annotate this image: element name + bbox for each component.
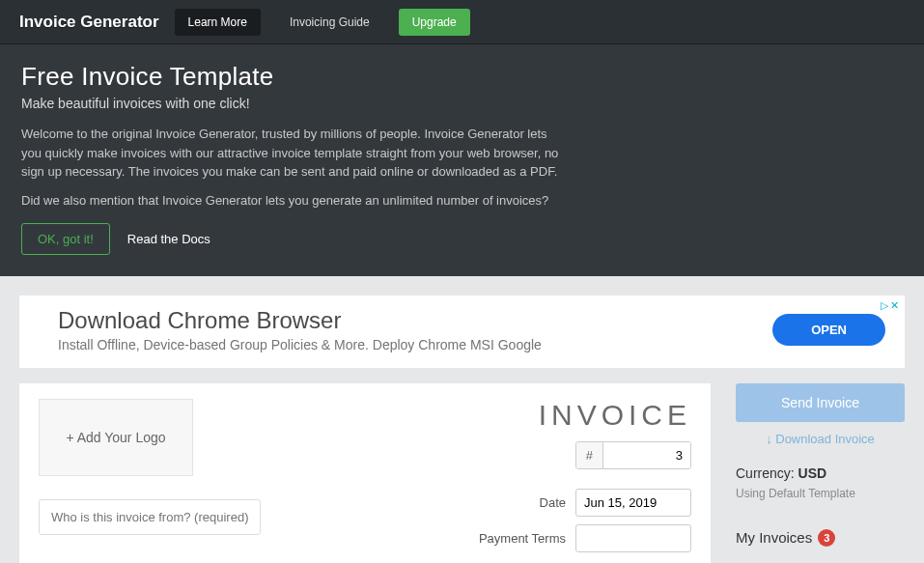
hero-description: Welcome to the original Invoice Generato… — [21, 125, 562, 182]
hero-mention: Did we also mention that Invoice Generat… — [21, 193, 903, 208]
main-content: Download Chrome Browser Install Offline,… — [0, 276, 924, 564]
ok-got-it-button[interactable]: OK, got it! — [21, 223, 110, 255]
invoice-number-group: # — [575, 441, 691, 469]
ad-banner: Download Chrome Browser Install Offline,… — [19, 296, 905, 368]
ad-subtitle: Install Offline, Device-based Group Poli… — [58, 337, 542, 352]
invoice-number-input[interactable] — [603, 442, 690, 468]
add-logo-button[interactable]: + Add Your Logo — [39, 399, 193, 476]
brand-logo[interactable]: Invoice Generator — [19, 13, 159, 32]
invoice-number-prefix: # — [576, 442, 603, 468]
top-nav: Invoice Generator Learn More Invoicing G… — [0, 0, 924, 44]
upgrade-button[interactable]: Upgrade — [399, 9, 470, 36]
actions-sidebar: Send Invoice ↓ Download Invoice Currency… — [736, 383, 905, 547]
add-logo-label: + Add Your Logo — [66, 430, 165, 445]
ad-open-button[interactable]: OPEN — [772, 314, 885, 346]
payment-terms-label: Payment Terms — [479, 531, 566, 546]
invoice-form: + Add Your Logo INVOICE # Date — [19, 383, 711, 564]
learn-more-button[interactable]: Learn More — [175, 9, 261, 36]
page-subtitle: Make beautiful invoices with one click! — [21, 96, 903, 111]
invoicing-guide-link[interactable]: Invoicing Guide — [276, 9, 383, 36]
ad-title[interactable]: Download Chrome Browser — [58, 307, 542, 334]
currency-label: Currency: — [736, 465, 795, 481]
my-invoices-link[interactable]: My Invoices 3 — [736, 529, 905, 547]
date-label: Date — [540, 495, 566, 510]
invoice-count-badge: 3 — [818, 529, 835, 547]
my-invoices-label: My Invoices — [736, 529, 812, 546]
invoice-from-input[interactable] — [39, 499, 261, 535]
ad-close-icon[interactable]: ✕ — [890, 299, 899, 312]
template-info[interactable]: Using Default Template — [736, 487, 905, 500]
date-input[interactable] — [575, 489, 691, 517]
read-docs-link[interactable]: Read the Docs — [127, 232, 210, 246]
currency-selector[interactable]: Currency: USD — [736, 465, 905, 481]
hero-banner: Free Invoice Template Make beautiful inv… — [0, 44, 924, 276]
currency-value: USD — [798, 465, 827, 481]
invoice-title-input[interactable]: INVOICE — [479, 399, 691, 432]
download-invoice-link[interactable]: ↓ Download Invoice — [736, 432, 905, 446]
payment-terms-input[interactable] — [575, 524, 691, 552]
adchoices-icon[interactable]: ▷ — [881, 299, 888, 312]
send-invoice-button[interactable]: Send Invoice — [736, 383, 905, 422]
page-title: Free Invoice Template — [21, 62, 903, 92]
